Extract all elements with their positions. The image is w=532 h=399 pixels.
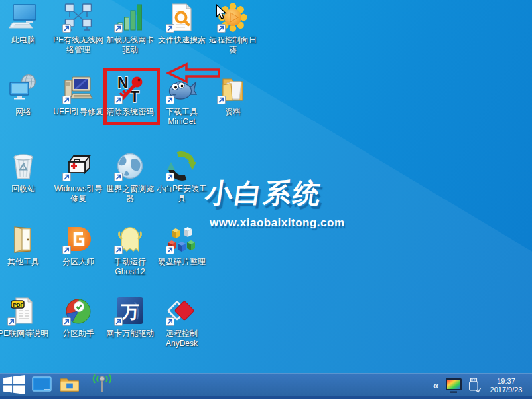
desktop-icon-recycle-bin[interactable]: 回收站	[0, 150, 49, 194]
start-button[interactable]	[0, 374, 28, 397]
shortcut-overlay-icon	[166, 24, 174, 33]
shortcut-overlay-icon	[217, 24, 226, 33]
desktop-icon-this-pc[interactable]: 此电脑	[0, 1, 49, 45]
wireless-network-tool-button[interactable]	[88, 374, 116, 397]
desktop-icon-label: 小白PE安装工具	[156, 184, 208, 204]
desktop-icon-network-manager[interactable]: PE有线无线网络管理	[52, 1, 104, 55]
desktop-icon-label: 其他工具	[7, 257, 39, 267]
highlight-arrow-icon	[166, 62, 222, 84]
desktop-icon-world-browser[interactable]: 世界之窗浏览器	[104, 150, 156, 204]
clock-time: 19:37	[486, 377, 527, 386]
desktop-icon-label: 远程控制AnyDesk	[156, 329, 208, 349]
file-explorer-button[interactable]	[56, 374, 84, 397]
shortcut-overlay-icon	[62, 96, 71, 104]
desktop-icon-label: PE有线无线网络管理	[52, 35, 104, 55]
windows-logo-icon	[3, 375, 25, 396]
shortcut-overlay-icon	[7, 317, 16, 326]
desktop-icon-label: 下载工具MiniGet	[156, 107, 208, 127]
desktop-icon-anydesk[interactable]: 远程控制AnyDesk	[156, 295, 208, 349]
taskbar-separator	[86, 376, 86, 395]
desktop-icon-label: 硬盘碎片整理	[158, 257, 206, 267]
shortcut-overlay-icon	[166, 96, 174, 104]
desktop-icon-label: 回收站	[11, 184, 35, 194]
shortcut-overlay-icon	[114, 173, 123, 181]
watermark-title: 小白系统	[203, 175, 347, 212]
watermark-url: www.xiaobaixitong.com	[210, 216, 345, 230]
taskbar-clock[interactable]: 19:37 2017/9/23	[486, 377, 527, 394]
shortcut-overlay-icon	[114, 317, 123, 326]
shortcut-overlay-icon	[217, 96, 226, 104]
desktop-icon-label: UEFI引导修复	[53, 107, 103, 117]
shortcut-overlay-icon	[166, 317, 174, 326]
antenna-signal-icon	[91, 374, 113, 396]
show-desktop-button[interactable]	[28, 374, 56, 397]
desktop-icon-label: 分区大师	[62, 257, 94, 267]
highlight-box	[103, 68, 160, 125]
watermark: 小白系统 www.xiaobaixitong.com	[206, 175, 345, 230]
shortcut-overlay-icon	[114, 246, 123, 254]
desktop-icon-label: 网络	[15, 107, 31, 117]
desktop-icon-ghost[interactable]: 手动运行Ghost12	[104, 223, 156, 277]
desktop-icon-label: 远程控制向日葵	[207, 35, 259, 55]
desktop-icon-label: 文件快速搜索	[158, 35, 206, 45]
desktop-icon-sunflower-remote[interactable]: 远程控制向日葵	[207, 1, 259, 55]
desktop-icon-label: 加载无线网卡驱动	[104, 35, 156, 55]
usb-eject-tray-icon[interactable]	[467, 377, 481, 394]
tray-expand-chevron[interactable]: «	[432, 380, 440, 391]
display-settings-tray-icon[interactable]	[445, 378, 462, 394]
desktop-icon-label: 分区助手	[62, 329, 94, 339]
desktop: 此电脑PE有线无线网络管理加载无线网卡驱动文件快速搜索远程控制向日葵网络UEFI…	[0, 0, 532, 399]
desktop-icon-label: 世界之窗浏览器	[104, 184, 156, 204]
shortcut-overlay-icon	[166, 246, 174, 254]
mouse-cursor-icon	[216, 4, 227, 21]
shortcut-overlay-icon	[62, 246, 71, 254]
recycle-bin-icon	[8, 151, 38, 181]
desktop-icon-pdf-doc[interactable]: PDFPE联网等说明	[0, 295, 49, 339]
desktop-icon-partition-assistant[interactable]: 分区助手	[52, 295, 104, 339]
desktop-icon-uefi-repair[interactable]: UEFI引导修复	[52, 73, 104, 117]
desktop-icon-label: 手动运行Ghost12	[104, 257, 156, 277]
desktop-icon-wan-driver[interactable]: 万网卡万能驱动	[104, 295, 156, 339]
other-tools-door-icon	[8, 224, 38, 254]
desktop-icon-wifi-driver[interactable]: 加载无线网卡驱动	[104, 1, 156, 55]
desktop-icon-other-tools-door[interactable]: 其他工具	[0, 223, 49, 267]
shortcut-overlay-icon	[114, 24, 123, 33]
network-globe-icon	[8, 74, 38, 104]
desktop-icon-label: Widnows引导修复	[52, 184, 104, 204]
svg-text:万: 万	[121, 302, 139, 322]
desktop-icon-file-search[interactable]: 文件快速搜索	[156, 1, 208, 45]
clock-date: 2017/9/23	[486, 386, 527, 394]
desktop-icon-label: 资料	[225, 107, 241, 117]
shortcut-overlay-icon	[62, 173, 71, 181]
folder-icon	[60, 376, 80, 395]
desktop-icon-toolbox-repair[interactable]: Widnows引导修复	[52, 150, 104, 204]
desktop-icon-defrag-cubes[interactable]: 硬盘碎片整理	[156, 223, 208, 267]
this-pc-icon	[8, 2, 38, 33]
desktop-icon-network-globe[interactable]: 网络	[0, 73, 49, 117]
desktop-monitor-icon	[32, 376, 52, 394]
desktop-icon-pe-installer[interactable]: 小白PE安装工具	[156, 150, 208, 204]
shortcut-overlay-icon	[62, 24, 71, 33]
desktop-icon-partition-master[interactable]: 分区大师	[52, 223, 104, 267]
shortcut-overlay-icon	[62, 317, 71, 326]
desktop-icon-label: PE联网等说明	[0, 329, 48, 339]
desktop-icon-label: 网卡万能驱动	[106, 329, 154, 339]
svg-text:PDF: PDF	[13, 302, 24, 308]
shortcut-overlay-icon	[166, 173, 174, 181]
taskbar: « 19:37 2017/9/23	[0, 373, 532, 399]
